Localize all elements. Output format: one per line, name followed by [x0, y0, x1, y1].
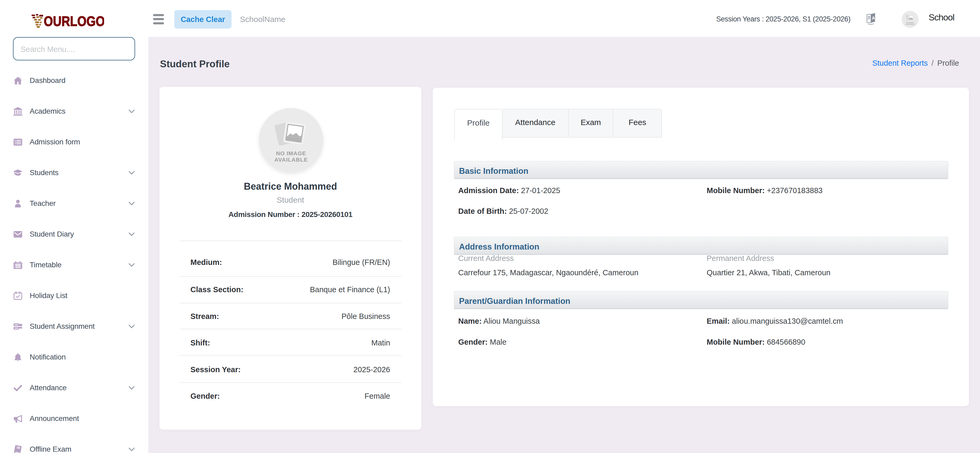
svg-text:NO IMAGE: NO IMAGE — [906, 22, 914, 24]
svg-text:AVAILABLE: AVAILABLE — [274, 157, 308, 163]
svg-text:OURLOGO: OURLOGO — [44, 14, 104, 29]
svg-text:A: A — [872, 16, 875, 21]
svg-text:AVAILABLE: AVAILABLE — [905, 24, 914, 25]
svg-text:NO IMAGE: NO IMAGE — [276, 150, 306, 156]
